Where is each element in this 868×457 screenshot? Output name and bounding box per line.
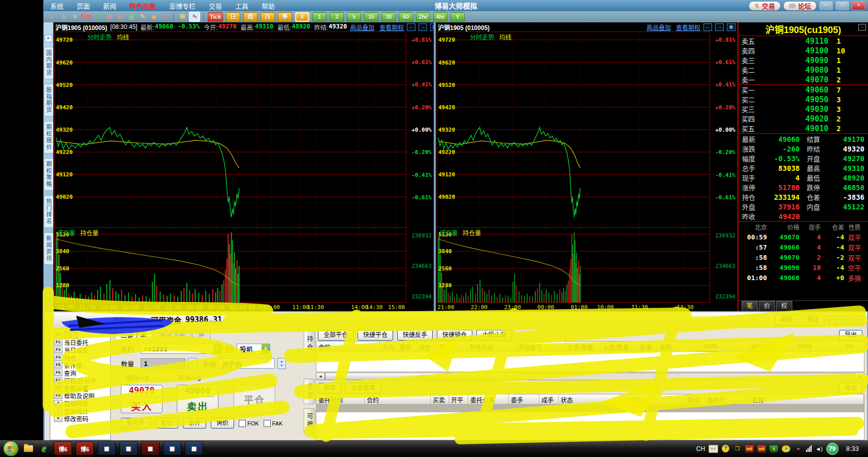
prev-contract-icon[interactable]: ← <box>407 23 415 31</box>
menu-item[interactable]: 工具 <box>229 1 255 11</box>
menu-item[interactable]: 页面 <box>70 1 97 11</box>
home-icon[interactable]: ⌂ <box>59 12 69 21</box>
vtab-positions[interactable]: 持仓 <box>304 331 315 356</box>
depth-row[interactable]: 卖二 49080 1 <box>738 65 868 75</box>
ie-taskbar-icon[interactable]: e <box>38 443 50 455</box>
sidebar-gadget-icon[interactable]: ▸ <box>45 35 52 42</box>
sidebar-tab[interactable]: 期权策略 <box>44 158 54 191</box>
tree-item[interactable]: F1 交易 <box>50 331 110 339</box>
filter-icon[interactable]: ▼ <box>160 12 170 21</box>
unlock-icon[interactable] <box>226 347 233 353</box>
tree-item[interactable]: F2 当日委托 <box>50 339 110 346</box>
draw-icon[interactable]: ✎ <box>138 12 147 21</box>
period-button[interactable]: Tick <box>208 12 223 22</box>
sell-button[interactable]: 49060 卖出 <box>177 385 218 413</box>
app-tray-icon[interactable]: w6 <box>757 445 766 452</box>
period-button[interactable]: Y <box>451 12 465 22</box>
positions-table-body[interactable] <box>316 352 864 372</box>
app-tray-icon[interactable]: w6 <box>745 445 754 452</box>
split-view-icon[interactable]: ▣ <box>727 23 735 31</box>
period-button[interactable]: 30 <box>381 12 396 22</box>
keyboard-tray-icon[interactable]: ≡≡ <box>709 445 718 453</box>
app-taskbar-button[interactable]: 博6 <box>54 442 72 455</box>
price-chart[interactable]: 分时走势均线 497204962049520494204932049220491… <box>437 32 710 228</box>
lock-button[interactable]: 锁定 <box>801 315 825 325</box>
language-indicator[interactable]: CH <box>696 445 705 452</box>
period-button[interactable]: 15 <box>364 12 378 22</box>
signal-bars-icon[interactable] <box>806 445 812 452</box>
app-taskbar-button[interactable]: 博6 <box>76 442 94 455</box>
explorer-taskbar-icon[interactable] <box>22 443 35 455</box>
tree-item[interactable]: F3 当日成交 <box>50 346 110 354</box>
order-tool-button[interactable]: 询价 <box>211 418 234 429</box>
chart-header-link[interactable]: 查看期权 <box>379 23 404 32</box>
period-button[interactable]: 日 <box>226 12 240 22</box>
quote-tab[interactable]: 笔 <box>742 301 758 311</box>
period-button[interactable]: 季 <box>278 12 292 22</box>
period-button[interactable]: X <box>295 12 309 22</box>
quantity-input[interactable]: 1 <box>141 358 185 369</box>
order-action-button[interactable]: 撤单 <box>318 383 341 393</box>
chevron-down-icon[interactable]: ▼ <box>262 344 270 353</box>
quote-tab[interactable]: 价 <box>759 301 775 311</box>
order-tool-button[interactable]: 条件 <box>183 418 206 429</box>
depth-row[interactable]: 卖一 49070 2 <box>738 75 868 85</box>
scroll-left-icon[interactable]: ◄ <box>316 373 325 380</box>
menu-item[interactable]: 帮助 <box>255 1 281 11</box>
chart-header-link[interactable]: 查看期权 <box>676 23 700 32</box>
vtab-cancellable[interactable]: 可撤 <box>304 408 315 434</box>
position-action-button[interactable]: 快捷反手 <box>397 330 433 341</box>
tree-item[interactable]: F5 条件单 <box>50 361 110 369</box>
panel-maximize-button[interactable]: □ <box>841 316 850 324</box>
alarm-icon[interactable]: ◆ <box>149 12 158 21</box>
sidebar-tab[interactable]: 股指期货 <box>44 84 54 116</box>
volume-icon[interactable]: ◄) <box>815 446 823 452</box>
orders-table-body[interactable] <box>316 405 864 440</box>
menu-item[interactable]: 澎博专栏 <box>163 1 202 11</box>
panel-minimize-button[interactable]: ─ <box>828 316 838 324</box>
period-button[interactable]: 4hr <box>433 12 447 22</box>
forum-button[interactable]: 论坛 <box>783 1 817 11</box>
order-tab[interactable]: 三键下单 <box>115 329 152 340</box>
tree-item[interactable]: F7 行权|自对冲 <box>50 377 110 384</box>
help-tray-icon[interactable]: ? <box>722 445 729 452</box>
quote-grid-icon[interactable]: ⊞ <box>177 12 187 21</box>
period-button[interactable]: 1 <box>312 12 327 22</box>
minimize-button[interactable]: ─ <box>819 1 833 10</box>
sidebar-tab[interactable]: 新闻资讯 <box>44 232 54 265</box>
close-button[interactable]: × <box>852 1 865 10</box>
horizontal-scrollbar[interactable]: ◄ ► <box>316 373 864 380</box>
contract-select[interactable]: cu1905 ▼ <box>141 344 222 354</box>
export-button[interactable]: 导出 <box>839 383 862 393</box>
prev-contract-icon[interactable]: ← <box>703 23 712 31</box>
buy-button[interactable]: 49070 买入 <box>121 385 163 413</box>
depth-row[interactable]: 买二 49050 3 <box>738 95 868 104</box>
depth-row[interactable]: 买一 49060 7 <box>738 85 868 95</box>
order-tab[interactable]: 快鼠下单 <box>153 330 191 340</box>
quantity-stepper[interactable]: ▲▼ <box>188 358 197 369</box>
maximize-button[interactable]: □ <box>835 1 849 10</box>
sidebar-tab[interactable]: 期权报价 <box>44 121 54 154</box>
panel-close-button[interactable]: × <box>853 316 863 324</box>
antivirus-tray-icon[interactable]: + <box>782 445 790 452</box>
period-button[interactable]: 2hr <box>416 12 430 22</box>
sidebar-tab[interactable]: 热门排名 <box>44 195 54 228</box>
depth-row[interactable]: 卖四 49100 10 <box>738 46 868 55</box>
depth-row[interactable]: 卖五 49110 1 <box>738 36 868 46</box>
tree-item[interactable]: F8 参数设置 <box>50 384 110 392</box>
tree-item[interactable]: ¥ 银期转帐 <box>50 400 110 407</box>
security-shield-icon[interactable]: ↯ <box>769 445 778 452</box>
depth-row[interactable]: 买三 49030 3 <box>738 104 868 114</box>
depth-row[interactable]: 买四 49020 2 <box>738 114 868 124</box>
app-taskbar-button[interactable]: ▦ <box>163 442 181 455</box>
order-tab[interactable]: ≫ <box>192 330 210 340</box>
vtab-all[interactable]: 全部 <box>304 379 315 404</box>
price-stepper[interactable]: ▲▼ <box>277 358 286 369</box>
screenshot-icon[interactable]: ▣ <box>126 12 136 21</box>
menu-item[interactable]: 特色功能 <box>123 1 163 11</box>
period-button[interactable]: 周 <box>243 12 258 22</box>
tree-item[interactable]: F4 持仓 <box>50 354 110 361</box>
price-chart[interactable]: 分时走势均线 497204962049520494204932049220491… <box>54 32 406 228</box>
network-disconnected-icon[interactable]: ⌁× <box>794 445 802 452</box>
price-type-select[interactable]: 对手价 <box>219 358 275 369</box>
